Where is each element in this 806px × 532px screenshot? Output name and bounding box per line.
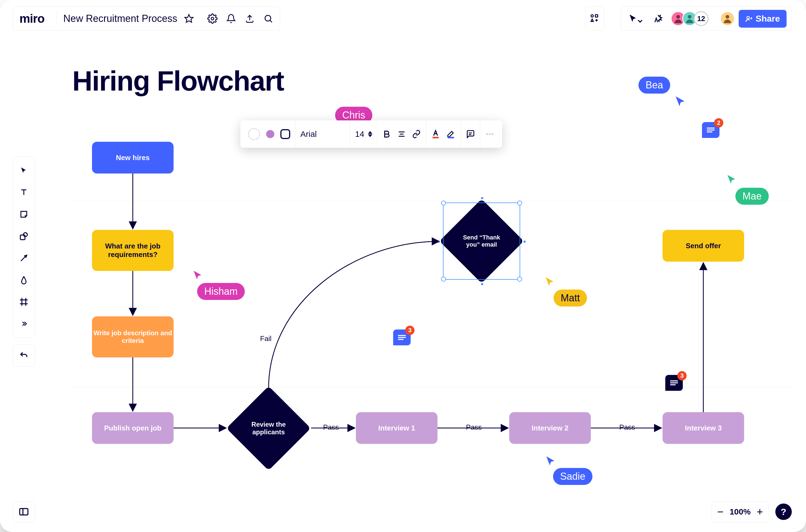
node-offer[interactable]: Send offer	[662, 230, 744, 262]
edge-label-pass: Pass	[619, 423, 635, 432]
share-button[interactable]: Share	[739, 10, 787, 27]
comment-icon[interactable]	[466, 130, 475, 139]
svg-point-3	[265, 15, 271, 21]
comment-bubble[interactable]: 3	[393, 329, 411, 345]
canvas-title[interactable]: Hiring Flowchart	[72, 65, 284, 97]
comment-badge: 2	[714, 118, 723, 128]
svg-rect-6	[596, 15, 598, 17]
board-name[interactable]: New Recruitment Process	[61, 13, 179, 24]
pen-tool[interactable]	[14, 269, 33, 291]
more-tools[interactable]	[14, 313, 33, 335]
svg-rect-44	[433, 137, 439, 138]
cursor-hisham: Hisham	[197, 283, 245, 300]
comment-badge: 3	[405, 326, 414, 335]
border-style-icon[interactable]	[280, 129, 290, 139]
node-interview3[interactable]: Interview 3	[662, 412, 744, 444]
guide-line	[72, 201, 792, 201]
cursor-arrow	[726, 173, 737, 185]
svg-point-50	[492, 133, 493, 135]
align-icon[interactable]	[397, 130, 406, 138]
line-tool[interactable]	[14, 247, 33, 269]
edge-label-fail: Fail	[260, 335, 271, 343]
node-write-desc[interactable]: Write job description and criteria	[92, 316, 173, 357]
fill-color-icon[interactable]	[266, 130, 274, 138]
star-icon[interactable]	[180, 9, 198, 28]
font-size[interactable]: 14	[355, 130, 364, 139]
node-review[interactable]: Review the applicants	[239, 398, 298, 458]
zoom-in[interactable]: +	[757, 506, 763, 518]
selection-box[interactable]	[443, 203, 520, 280]
svg-rect-45	[448, 137, 454, 138]
reactions-icon[interactable]	[648, 9, 667, 28]
undo-button[interactable]	[14, 347, 33, 364]
text-tool[interactable]	[14, 182, 33, 203]
shape-style-icon[interactable]	[248, 128, 260, 140]
node-interview2[interactable]: Interview 2	[509, 412, 591, 444]
canvas[interactable]: Hiring Flowchart New hires What are the …	[47, 40, 792, 493]
svg-point-5	[591, 15, 594, 17]
zoom-controls: − 100% + ?	[712, 501, 792, 522]
panel-toggle[interactable]	[13, 501, 35, 522]
node-new-hires[interactable]: New hires	[92, 142, 173, 173]
node-interview1[interactable]: Interview 1	[356, 412, 437, 444]
zoom-out[interactable]: −	[717, 506, 724, 518]
cursor-arrow	[192, 269, 204, 281]
cursor-mode-icon[interactable]	[626, 9, 644, 28]
svg-point-1	[211, 17, 214, 20]
svg-marker-7	[591, 19, 594, 22]
cursor-arrow	[674, 95, 687, 108]
cursor-sadie: Sadie	[553, 468, 593, 485]
svg-point-48	[486, 133, 488, 135]
avatar-overflow[interactable]: 12	[694, 11, 709, 26]
svg-rect-22	[20, 509, 28, 515]
link-icon[interactable]	[412, 130, 421, 138]
select-tool[interactable]	[14, 159, 33, 182]
undo-toolbar	[13, 344, 35, 367]
settings-icon[interactable]	[203, 9, 222, 28]
context-toolbar[interactable]: Arial 14	[240, 120, 502, 148]
search-icon[interactable]	[259, 9, 278, 28]
logo[interactable]: miro	[19, 12, 52, 25]
cursor-arrow	[545, 455, 557, 467]
bold-icon[interactable]	[382, 130, 391, 138]
help-button[interactable]: ?	[775, 504, 792, 520]
comment-bubble[interactable]: 3	[665, 375, 683, 391]
cursor-matt: Matt	[554, 289, 587, 306]
avatar-stack[interactable]: 12	[671, 11, 709, 26]
header-right: 12 Share	[621, 6, 792, 31]
edge-label-pass: Pass	[323, 423, 339, 432]
comment-badge: 3	[677, 371, 687, 380]
avatar-me[interactable]	[720, 11, 735, 26]
font-size-stepper[interactable]	[368, 131, 372, 137]
svg-line-4	[270, 20, 272, 22]
share-label: Share	[756, 14, 780, 24]
comment-bubble[interactable]: 2	[702, 122, 719, 138]
divider	[56, 11, 57, 26]
sticky-tool[interactable]	[14, 203, 33, 225]
bell-icon[interactable]	[222, 9, 240, 28]
svg-marker-0	[185, 15, 193, 22]
edge-label-pass: Pass	[466, 423, 482, 432]
svg-point-10	[726, 15, 729, 19]
frame-tool[interactable]	[14, 291, 33, 313]
font-select[interactable]: Arial	[300, 130, 317, 139]
apps-button[interactable]	[585, 6, 604, 31]
svg-point-11	[747, 16, 749, 19]
svg-point-8	[676, 15, 680, 19]
svg-point-49	[489, 133, 491, 135]
cursor-arrow	[544, 276, 556, 287]
cursor-bea: Bea	[638, 77, 670, 94]
highlight-icon[interactable]	[446, 129, 455, 139]
zoom-level[interactable]: 100%	[730, 507, 751, 516]
more-icon[interactable]	[485, 130, 494, 139]
left-toolbar	[13, 156, 35, 338]
header-left: miro New Recruitment Process	[13, 6, 280, 31]
export-icon[interactable]	[240, 9, 259, 28]
shape-tool[interactable]	[14, 225, 33, 247]
text-color-icon[interactable]	[431, 129, 440, 139]
node-requirements[interactable]: What are the job requirements?	[92, 230, 173, 271]
cursor-mae: Mae	[735, 188, 769, 205]
svg-point-9	[688, 15, 691, 19]
node-publish[interactable]: Publish open job	[92, 412, 173, 444]
